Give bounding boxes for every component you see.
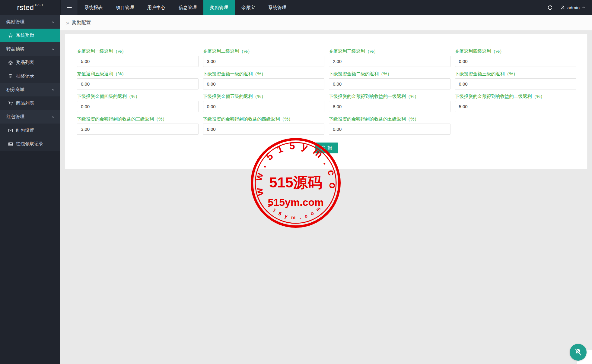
form-field: 充值返利二级返利（%）: [203, 49, 325, 67]
menu-toggle-button[interactable]: [60, 0, 78, 15]
form-field: 充值返利一级返利（%）: [77, 49, 199, 67]
sidebar-item-system-reward[interactable]: 系统奖励: [0, 29, 60, 42]
field-label: 下级投资金额一级的返利（%）: [203, 71, 325, 76]
top-menu: 系统报表 项目管理 用户中心 信息管理 奖励管理 余额宝 系统管理: [78, 0, 293, 15]
form-field: 下级投资的金额得到的收益的一级返利（%）: [329, 94, 450, 112]
recharge-rebate-l2-input[interactable]: [203, 56, 325, 67]
nav-tab-yuebao[interactable]: 余额宝: [235, 0, 262, 15]
form-field: 充值返利三级返利（%）: [329, 49, 450, 67]
field-label: 下级投资金额二级的返利（%）: [329, 71, 450, 76]
field-label: 下级投资的金额得到的收益的三级返利（%）: [77, 116, 199, 121]
sidebar-item-lottery-records[interactable]: 抽奖记录: [0, 69, 60, 83]
clipboard-icon: [8, 74, 13, 79]
field-label: 充值返利二级返利（%）: [203, 49, 325, 54]
logo-version: TP5.1: [34, 4, 43, 7]
nav-tab-user-center[interactable]: 用户中心: [141, 0, 172, 15]
navbar-right: admin: [543, 0, 592, 15]
form-field: 下级投资金额四级的返利（%）: [77, 94, 199, 112]
field-label: 充值返利三级返利（%）: [329, 49, 450, 54]
sidebar-item-prize-list[interactable]: 奖品列表: [0, 56, 60, 69]
hamburger-icon: [67, 6, 72, 6]
sidebar-group-redpacket-mgmt[interactable]: 红包管理: [0, 110, 60, 124]
profit-rebate-l2-input[interactable]: [455, 101, 577, 112]
sidebar-item-redpacket-settings[interactable]: 红包设置: [0, 124, 60, 137]
chevron-down-icon: [51, 47, 55, 51]
page-title: 奖励配置: [72, 20, 91, 26]
double-chevron-icon: »: [66, 20, 69, 26]
username: admin: [567, 5, 580, 10]
breadcrumb: » 奖励配置: [60, 15, 592, 30]
field-label: 下级投资的金额得到的收益的四级返利（%）: [203, 116, 325, 121]
profit-rebate-l1-input[interactable]: [329, 101, 450, 112]
invest-rebate-l5-input[interactable]: [203, 101, 325, 112]
invest-rebate-l2-input[interactable]: [329, 78, 450, 89]
user-menu[interactable]: admin: [557, 0, 592, 15]
form-field: 下级投资的金额得到的收益的三级返利（%）: [77, 116, 199, 135]
app-logo[interactable]: rsted TP5.1: [0, 0, 60, 15]
nav-tab-project-mgmt[interactable]: 项目管理: [109, 0, 141, 15]
form-field: 下级投资金额二级的返利（%）: [329, 71, 450, 89]
user-icon: [560, 5, 565, 10]
form-field: 下级投资的金额得到的收益的二级返利（%）: [455, 94, 577, 112]
form-field: 下级投资的金额得到的收益的四级返利（%）: [203, 116, 325, 135]
logo-text: rsted: [17, 3, 34, 12]
field-label: 下级投资的金额得到的收益的一级返利（%）: [329, 94, 450, 99]
life-ring-icon: [8, 60, 13, 65]
refresh-icon: [547, 5, 553, 10]
mute-notifications-button[interactable]: [570, 344, 587, 361]
chevron-down-icon: [51, 115, 55, 119]
reward-config-form: 充值返利一级返利（%） 充值返利二级返利（%） 充值返利三级返利（%） 充值返利…: [77, 49, 576, 135]
cart-icon: [8, 101, 13, 106]
sidebar-group-reward-mgmt[interactable]: 奖励管理: [0, 15, 60, 29]
form-field: 下级投资金额三级的返利（%）: [455, 71, 577, 89]
field-label: 下级投资金额四级的返利（%）: [77, 94, 199, 99]
profit-rebate-l4-input[interactable]: [203, 124, 325, 135]
field-label: 下级投资金额五级的返利（%）: [203, 94, 325, 99]
content-area: » 奖励配置 充值返利一级返利（%） 充值返利二级返利（%） 充值返利三级返利（…: [60, 15, 592, 364]
invest-rebate-l4-input[interactable]: [77, 101, 199, 112]
form-field: 充值返利五级返利（%）: [77, 71, 199, 89]
nav-tab-system-report[interactable]: 系统报表: [78, 0, 109, 15]
nav-tab-system-mgmt[interactable]: 系统管理: [262, 0, 293, 15]
chevron-down-icon: [51, 20, 55, 24]
field-label: 充值返利一级返利（%）: [77, 49, 199, 54]
nav-tab-reward-mgmt[interactable]: 奖励管理: [203, 0, 235, 15]
recharge-rebate-l4-input[interactable]: [455, 56, 577, 67]
chevron-up-icon: [582, 6, 585, 9]
profit-rebate-l3-input[interactable]: [77, 124, 199, 135]
edit-submit-button[interactable]: 编 辑: [315, 143, 338, 153]
invest-rebate-l1-input[interactable]: [203, 78, 325, 89]
bell-slash-icon: [574, 348, 583, 357]
form-field: 充值返利四级返利（%）: [455, 49, 577, 67]
image-icon: [8, 142, 13, 146]
sidebar-item-redpacket-claim-records[interactable]: 红包领取记录: [0, 137, 60, 151]
form-field: 下级投资金额一级的返利（%）: [203, 71, 325, 89]
sidebar: 奖励管理 系统奖励 转盘抽奖 奖品列表 抽奖记录 积分商城 商品列表 红包管理: [0, 15, 60, 364]
sidebar-item-goods-list[interactable]: 商品列表: [0, 96, 60, 110]
sidebar-group-points-mall[interactable]: 积分商城: [0, 83, 60, 96]
sidebar-group-wheel-lottery[interactable]: 转盘抽奖: [0, 42, 60, 56]
profit-rebate-l5-input[interactable]: [329, 124, 450, 135]
envelope-icon: [8, 128, 13, 133]
recharge-rebate-l5-input[interactable]: [77, 78, 199, 89]
top-navbar: rsted TP5.1 系统报表 项目管理 用户中心 信息管理 奖励管理 余额宝…: [0, 0, 592, 15]
field-label: 下级投资的金额得到的收益的五级返利（%）: [329, 116, 450, 121]
form-field: 下级投资的金额得到的收益的五级返利（%）: [329, 116, 450, 135]
star-icon: [8, 33, 13, 38]
form-field: 下级投资金额五级的返利（%）: [203, 94, 325, 112]
nav-tab-info-mgmt[interactable]: 信息管理: [172, 0, 203, 15]
recharge-rebate-l1-input[interactable]: [77, 56, 199, 67]
field-label: 充值返利四级返利（%）: [455, 49, 577, 54]
chevron-down-icon: [51, 88, 55, 92]
reward-config-form-card: 充值返利一级返利（%） 充值返利二级返利（%） 充值返利三级返利（%） 充值返利…: [65, 34, 587, 169]
field-label: 下级投资金额三级的返利（%）: [455, 71, 577, 76]
field-label: 充值返利五级返利（%）: [77, 71, 199, 76]
field-label: 下级投资的金额得到的收益的二级返利（%）: [455, 94, 577, 99]
recharge-rebate-l3-input[interactable]: [329, 56, 450, 67]
invest-rebate-l3-input[interactable]: [455, 78, 577, 89]
refresh-button[interactable]: [543, 0, 557, 15]
